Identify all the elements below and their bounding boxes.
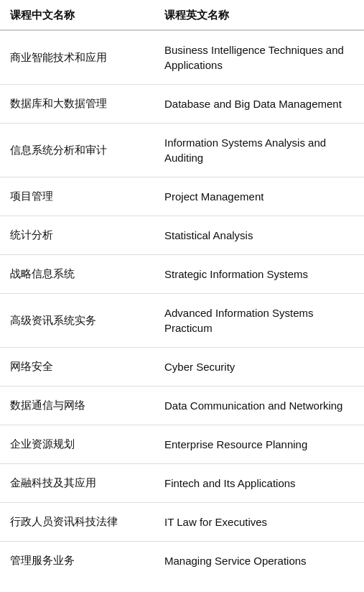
header-chinese: 课程中文名称	[0, 9, 154, 22]
table-header: 课程中文名称 课程英文名称	[0, 0, 364, 31]
cell-chinese-3: 项目管理	[0, 177, 154, 216]
header-english: 课程英文名称	[154, 9, 364, 22]
table-row: 数据通信与网络Data Communication and Networking	[0, 387, 364, 425]
table-row: 金融科技及其应用Fintech and Its Applications	[0, 464, 364, 503]
cell-english-0: Business Intelligence Techniques and App…	[154, 31, 364, 84]
cell-english-4: Statistical Analysis	[154, 216, 364, 254]
table-row: 统计分析Statistical Analysis	[0, 216, 364, 255]
cell-english-1: Database and Big Data Management	[154, 85, 364, 123]
table-row: 项目管理Project Management	[0, 177, 364, 216]
cell-english-3: Project Management	[154, 177, 364, 216]
cell-english-2: Information Systems Analysis and Auditin…	[154, 124, 364, 177]
cell-chinese-0: 商业智能技术和应用	[0, 31, 154, 84]
cell-chinese-1: 数据库和大数据管理	[0, 85, 154, 123]
cell-english-6: Advanced Information Systems Practicum	[154, 294, 364, 347]
table-body: 商业智能技术和应用Business Intelligence Technique…	[0, 31, 364, 580]
cell-english-12: Managing Service Operations	[154, 542, 364, 580]
cell-chinese-9: 企业资源规划	[0, 425, 154, 463]
course-table: 课程中文名称 课程英文名称 商业智能技术和应用Business Intellig…	[0, 0, 364, 580]
cell-chinese-10: 金融科技及其应用	[0, 464, 154, 502]
cell-english-8: Data Communication and Networking	[154, 387, 364, 425]
cell-chinese-11: 行政人员资讯科技法律	[0, 503, 154, 541]
cell-chinese-4: 统计分析	[0, 216, 154, 254]
table-row: 管理服务业务Managing Service Operations	[0, 542, 364, 580]
table-row: 商业智能技术和应用Business Intelligence Technique…	[0, 31, 364, 85]
table-row: 企业资源规划Enterprise Resource Planning	[0, 425, 364, 464]
cell-english-5: Strategic Information Systems	[154, 255, 364, 293]
cell-chinese-5: 战略信息系统	[0, 255, 154, 293]
cell-chinese-12: 管理服务业务	[0, 542, 154, 580]
cell-english-10: Fintech and Its Applications	[154, 464, 364, 502]
cell-chinese-2: 信息系统分析和审计	[0, 124, 154, 177]
table-row: 高级资讯系统实务Advanced Information Systems Pra…	[0, 294, 364, 348]
table-row: 网络安全Cyber Security	[0, 348, 364, 387]
table-row: 数据库和大数据管理Database and Big Data Managemen…	[0, 85, 364, 124]
cell-chinese-8: 数据通信与网络	[0, 387, 154, 425]
table-row: 信息系统分析和审计Information Systems Analysis an…	[0, 124, 364, 177]
cell-chinese-6: 高级资讯系统实务	[0, 294, 154, 347]
table-row: 战略信息系统Strategic Information Systems	[0, 255, 364, 294]
cell-chinese-7: 网络安全	[0, 348, 154, 386]
table-row: 行政人员资讯科技法律IT Law for Executives	[0, 503, 364, 542]
cell-english-11: IT Law for Executives	[154, 503, 364, 541]
cell-english-9: Enterprise Resource Planning	[154, 425, 364, 463]
cell-english-7: Cyber Security	[154, 348, 364, 386]
